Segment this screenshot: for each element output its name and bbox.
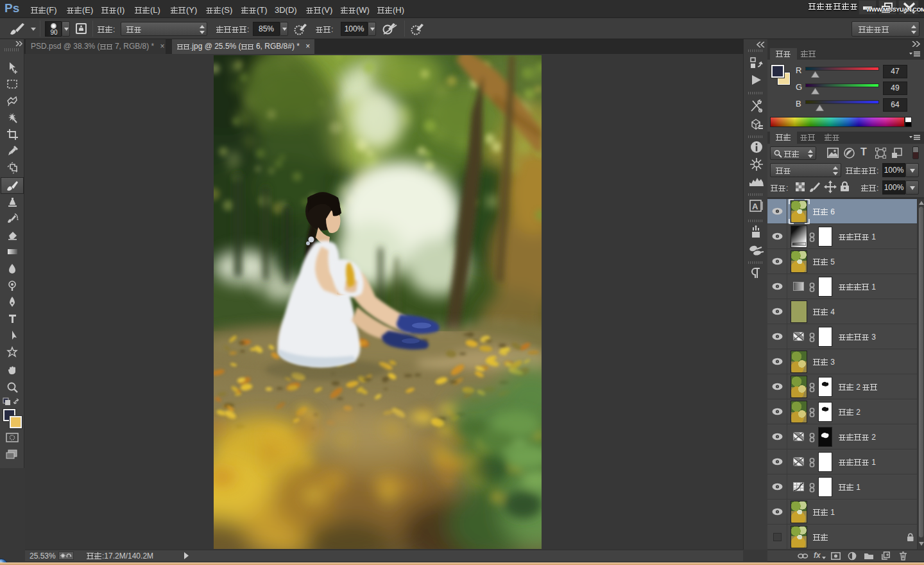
svg-text:A: A: [752, 202, 758, 211]
